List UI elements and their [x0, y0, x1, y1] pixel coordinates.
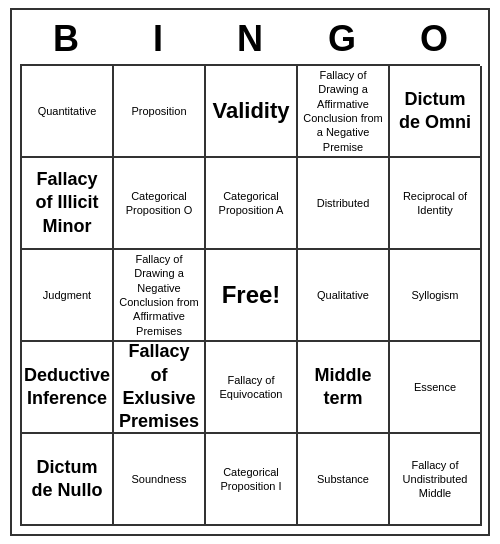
bingo-cell-20[interactable]: Dictum de Nullo	[22, 434, 114, 526]
bingo-cell-17[interactable]: Fallacy of Equivocation	[206, 342, 298, 434]
header-b: B	[22, 18, 110, 60]
bingo-cell-4[interactable]: Dictum de Omni	[390, 66, 482, 158]
bingo-cell-5[interactable]: Fallacy of Illicit Minor	[22, 158, 114, 250]
bingo-grid: QuantitativePropositionValidityFallacy o…	[20, 64, 480, 526]
bingo-cell-9[interactable]: Reciprocal of Identity	[390, 158, 482, 250]
bingo-cell-1[interactable]: Proposition	[114, 66, 206, 158]
header-g: G	[298, 18, 386, 60]
bingo-cell-19[interactable]: Essence	[390, 342, 482, 434]
bingo-cell-0[interactable]: Quantitative	[22, 66, 114, 158]
bingo-cell-16[interactable]: Fallacy of Exlusive Premises	[114, 342, 206, 434]
bingo-cell-6[interactable]: Categorical Proposition O	[114, 158, 206, 250]
bingo-cell-3[interactable]: Fallacy of Drawing a Affirmative Conclus…	[298, 66, 390, 158]
bingo-cell-22[interactable]: Categorical Proposition I	[206, 434, 298, 526]
bingo-cell-24[interactable]: Fallacy of Undistributed Middle	[390, 434, 482, 526]
bingo-cell-21[interactable]: Soundness	[114, 434, 206, 526]
bingo-cell-14[interactable]: Syllogism	[390, 250, 482, 342]
bingo-card: B I N G O QuantitativePropositionValidit…	[10, 8, 490, 536]
bingo-cell-11[interactable]: Fallacy of Drawing a Negative Conclusion…	[114, 250, 206, 342]
header-n: N	[206, 18, 294, 60]
header-o: O	[390, 18, 478, 60]
header-i: I	[114, 18, 202, 60]
bingo-cell-10[interactable]: Judgment	[22, 250, 114, 342]
bingo-cell-15[interactable]: Deductive Inference	[22, 342, 114, 434]
bingo-cell-13[interactable]: Qualitative	[298, 250, 390, 342]
bingo-cell-2[interactable]: Validity	[206, 66, 298, 158]
bingo-cell-23[interactable]: Substance	[298, 434, 390, 526]
bingo-cell-18[interactable]: Middle term	[298, 342, 390, 434]
bingo-cell-8[interactable]: Distributed	[298, 158, 390, 250]
bingo-cell-7[interactable]: Categorical Proposition A	[206, 158, 298, 250]
bingo-cell-12[interactable]: Free!	[206, 250, 298, 342]
bingo-header: B I N G O	[20, 18, 480, 60]
